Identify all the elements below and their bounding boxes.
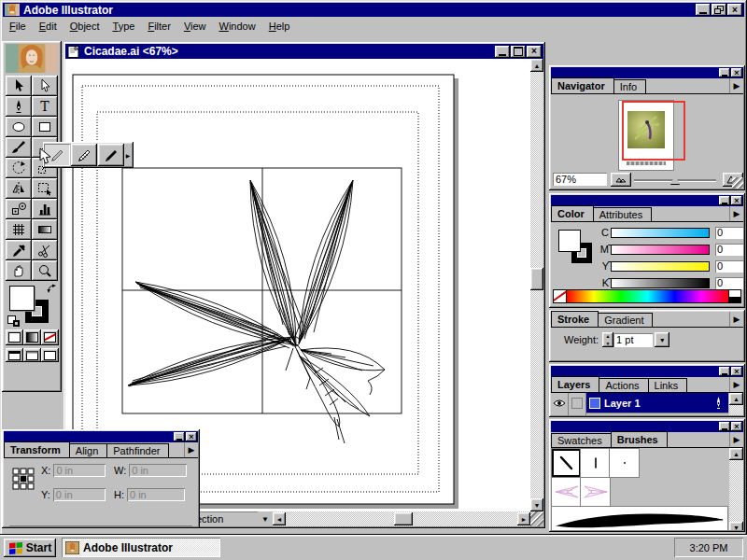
menu-type[interactable]: Type (106, 19, 142, 34)
blend-tool[interactable] (6, 199, 32, 219)
minimize-button[interactable] (696, 4, 711, 16)
panel-minimize-button[interactable] (719, 196, 730, 205)
type-tool[interactable]: T (32, 96, 58, 117)
brush-item[interactable] (580, 448, 611, 478)
none-mode-button[interactable] (41, 329, 59, 345)
doc-minimize-button[interactable] (495, 46, 510, 58)
scroll-up-button[interactable]: ▲ (530, 59, 543, 72)
mesh-tool[interactable] (6, 219, 32, 240)
yellow-slider[interactable] (611, 261, 710, 272)
horizontal-scrollbar[interactable]: ◄ ► (273, 511, 530, 526)
menu-filter[interactable]: Filter (141, 19, 176, 34)
scroll-down-button[interactable]: ▼ (530, 498, 543, 511)
doc-maximize-button[interactable] (511, 46, 526, 58)
panel-close-button[interactable]: × (731, 367, 742, 376)
tab-stroke[interactable]: Stroke (551, 311, 599, 327)
navigator-zoom-field[interactable]: 67% (553, 173, 607, 186)
panel-minimize-button[interactable] (719, 68, 730, 77)
tab-swatches[interactable]: Swatches (551, 433, 612, 447)
tab-navigator[interactable]: Navigator (551, 77, 614, 93)
menu-edit[interactable]: Edit (33, 19, 63, 34)
paintbrush-tool[interactable] (6, 137, 32, 158)
flyout-erase-tool[interactable] (98, 144, 124, 166)
panel-menu-button[interactable]: ▶ (729, 78, 743, 93)
yellow-value-field[interactable]: 0 (715, 260, 743, 273)
layer-row[interactable]: Layer 1 (551, 393, 728, 413)
zoom-out-button[interactable] (611, 173, 631, 187)
brush-item-selected[interactable] (551, 448, 582, 478)
scroll-down-button[interactable]: ▼ (729, 522, 743, 530)
panel-menu-button[interactable]: ▶ (184, 442, 198, 457)
flyout-pencil-tool[interactable] (44, 144, 70, 166)
fill-swatch[interactable] (558, 230, 581, 252)
x-field[interactable]: 0 in (53, 464, 106, 477)
magenta-value-field[interactable]: 0 (715, 244, 743, 256)
brush-stroke-preview[interactable] (551, 506, 728, 530)
layer-name-selected[interactable]: Layer 1 (586, 393, 728, 413)
reference-point-proxy-icon[interactable] (11, 467, 35, 491)
white-black-swatches[interactable] (728, 290, 740, 302)
panel-menu-button[interactable]: ▶ (729, 432, 743, 447)
fullscreen-mode-button[interactable] (41, 348, 59, 362)
black-value-field[interactable]: 0 (715, 277, 743, 289)
panel-menu-button[interactable]: ▶ (729, 312, 743, 327)
tab-pathfinder[interactable]: Pathfinder (106, 443, 169, 457)
weight-dropdown-button[interactable]: ▼ (655, 332, 669, 347)
gradient-tool[interactable] (32, 219, 58, 240)
black-slider[interactable] (611, 278, 710, 288)
scissors-tool[interactable] (32, 240, 58, 260)
layer-lock-toggle[interactable] (569, 393, 586, 413)
magenta-slider[interactable] (611, 245, 710, 255)
doc-close-button[interactable]: × (527, 46, 542, 58)
zoom-tool[interactable] (32, 260, 58, 281)
navigator-zoom-slider[interactable] (634, 173, 716, 187)
start-button[interactable]: Start (4, 539, 56, 557)
app-titlebar[interactable]: Adobe Illustrator × (3, 3, 744, 17)
menu-view[interactable]: View (177, 19, 213, 34)
layers-scrollbar[interactable]: ▲ (729, 393, 743, 415)
taskbar-item-illustrator[interactable]: Adobe Illustrator (62, 538, 220, 557)
flyout-tearoff-arrow-icon[interactable]: ▶ (124, 144, 132, 166)
brushes-scrollbar[interactable]: ▲ ▼ (729, 448, 743, 530)
tab-layers[interactable]: Layers (551, 376, 599, 392)
weight-field[interactable]: 1 pt (613, 333, 653, 347)
panel-close-button[interactable]: × (186, 432, 197, 441)
scroll-right-button[interactable]: ► (517, 512, 530, 525)
layer-visibility-toggle[interactable] (551, 393, 569, 413)
panel-close-button[interactable]: × (731, 196, 742, 205)
slider-thumb[interactable] (670, 175, 680, 184)
panel-menu-button[interactable]: ▶ (729, 206, 743, 221)
menu-window[interactable]: Window (213, 19, 262, 34)
direct-selection-tool[interactable] (32, 76, 58, 96)
eyedropper-tool[interactable] (6, 240, 32, 260)
close-button[interactable]: × (727, 4, 742, 16)
reflect-tool[interactable] (6, 178, 32, 199)
ellipse-tool[interactable] (6, 117, 32, 137)
scroll-up-button[interactable]: ▲ (729, 448, 743, 460)
rotate-tool[interactable] (6, 158, 32, 178)
default-fill-stroke-icon[interactable] (7, 315, 20, 327)
w-field[interactable]: 0 in (129, 464, 187, 477)
scroll-left-button[interactable]: ◄ (273, 512, 286, 525)
standard-screen-mode-button[interactable] (6, 348, 23, 362)
hand-tool[interactable] (6, 260, 32, 281)
tab-actions[interactable]: Actions (599, 378, 648, 392)
none-swatch-icon[interactable] (554, 290, 567, 302)
tab-transform[interactable]: Transform (4, 441, 70, 457)
horizontal-scroll-thumb[interactable] (394, 512, 413, 525)
fullscreen-menu-mode-button[interactable] (23, 348, 41, 362)
h-field[interactable]: 0 in (127, 488, 185, 501)
panel-minimize-button[interactable] (174, 432, 185, 441)
color-spectrum-bar[interactable] (553, 289, 741, 303)
tab-brushes[interactable]: Brushes (611, 431, 668, 447)
panel-close-button[interactable]: × (731, 422, 742, 431)
menu-file[interactable]: File (3, 19, 33, 34)
selection-tool[interactable] (6, 76, 32, 96)
swap-fill-stroke-icon[interactable] (47, 284, 58, 295)
color-fill-stroke[interactable] (558, 230, 596, 267)
spinner-down-icon[interactable]: ▼ (602, 340, 613, 347)
tab-attributes[interactable]: Attributes (593, 207, 652, 221)
tab-color[interactable]: Color (551, 205, 594, 221)
panel-minimize-button[interactable] (719, 367, 730, 376)
color-mode-button[interactable] (6, 329, 23, 345)
